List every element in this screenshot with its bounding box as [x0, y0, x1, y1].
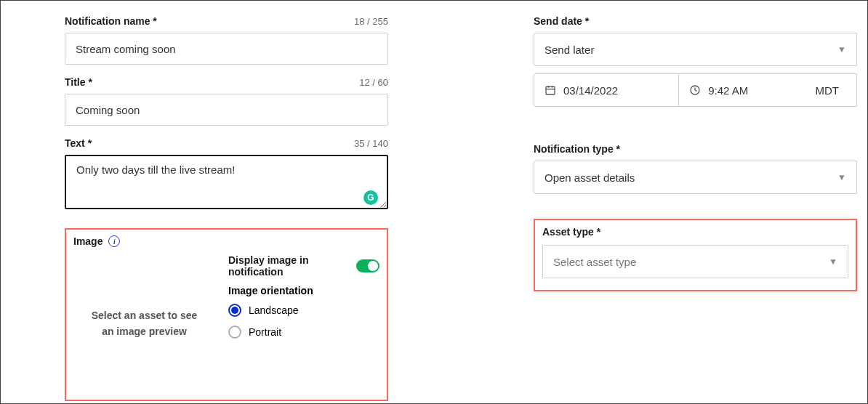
notification-type-field: Notification type * Open asset details ▼ — [534, 143, 857, 194]
display-image-toggle-label: Display image in notification — [228, 254, 356, 278]
radio-portrait-label: Portrait — [249, 326, 281, 338]
clock-icon — [689, 84, 701, 96]
send-date-mode-select[interactable]: Send later ▼ — [534, 33, 857, 66]
send-date-mode-value: Send later — [544, 44, 594, 56]
image-section-highlight: Image i Select an asset to see an image … — [65, 228, 388, 401]
asset-type-placeholder: Select asset type — [553, 256, 636, 268]
notification-name-label: Notification name * — [65, 15, 157, 27]
text-field: Text * 35 / 140 G — [65, 137, 388, 212]
send-date-label: Send date * — [534, 15, 589, 27]
info-icon[interactable]: i — [108, 235, 120, 247]
title-field: Title * 12 / 60 — [65, 76, 388, 126]
svg-line-6 — [695, 90, 697, 91]
chevron-down-icon: ▼ — [837, 172, 846, 182]
send-date-input[interactable]: 03/14/2022 — [534, 73, 679, 107]
notification-type-value: Open asset details — [544, 171, 635, 184]
send-date-value: 03/14/2022 — [563, 84, 618, 97]
notification-name-input[interactable] — [65, 33, 388, 65]
title-counter: 12 / 60 — [359, 77, 388, 88]
radio-portrait-circle — [228, 326, 241, 339]
radio-portrait[interactable]: Portrait — [228, 326, 379, 339]
calendar-icon — [544, 84, 556, 96]
asset-type-highlight: Asset type * Select asset type ▼ — [534, 219, 857, 291]
notification-name-counter: 18 / 255 — [354, 16, 388, 27]
image-preview-placeholder: Select an asset to see an image preview — [73, 254, 215, 392]
radio-landscape-label: Landscape — [249, 304, 299, 316]
send-timezone: MDT — [816, 84, 847, 97]
display-image-toggle[interactable] — [356, 259, 379, 272]
text-textarea[interactable] — [65, 155, 388, 209]
image-orientation-label: Image orientation — [228, 285, 379, 296]
radio-landscape[interactable]: Landscape — [228, 304, 379, 317]
notification-name-field: Notification name * 18 / 255 — [65, 15, 388, 65]
send-time-value: 9:42 AM — [708, 84, 748, 97]
asset-type-select[interactable]: Select asset type ▼ — [542, 245, 848, 278]
notification-type-label: Notification type * — [534, 143, 620, 155]
radio-landscape-circle — [228, 304, 241, 317]
title-input[interactable] — [65, 94, 388, 126]
send-date-field: Send date * Send later ▼ 03/14/2022 — [534, 15, 857, 107]
notification-type-select[interactable]: Open asset details ▼ — [534, 161, 857, 194]
chevron-down-icon: ▼ — [837, 44, 846, 54]
grammarly-icon: G — [363, 190, 378, 205]
text-label: Text * — [65, 137, 92, 149]
title-label: Title * — [65, 76, 92, 88]
text-counter: 35 / 140 — [354, 138, 388, 149]
asset-type-label: Asset type * — [542, 226, 600, 238]
svg-rect-0 — [546, 86, 555, 94]
send-time-input[interactable]: 9:42 AM MDT — [679, 73, 857, 107]
chevron-down-icon: ▼ — [829, 256, 837, 267]
toggle-knob — [368, 261, 378, 271]
image-label: Image — [73, 235, 103, 247]
